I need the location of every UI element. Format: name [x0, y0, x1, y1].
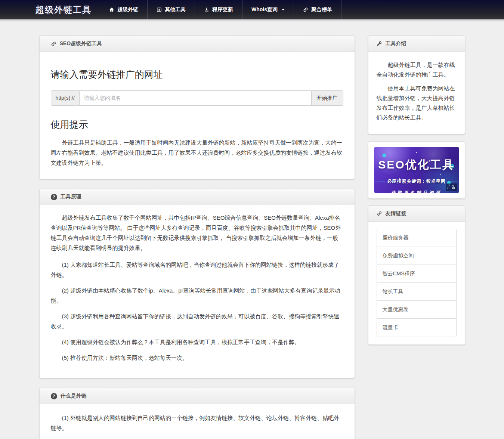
banner-subtitle: 必应搜索关键词：智卓星网 — [387, 177, 446, 186]
friend-link-free-hosting[interactable]: 免费虚拟空间 — [377, 247, 456, 265]
intro-paragraph: 超级外链工具，是一款在线全自动化发外链的推广工具。 — [377, 60, 457, 80]
top-navbar: 超级外链工具 超级外链 其他工具 程序更新 Whois查询 聚合榜单 — [0, 0, 504, 19]
ad-label-badge: 广告 — [446, 183, 457, 191]
card-title: 工具介绍 — [386, 40, 406, 47]
nav-item-label: 程序更新 — [212, 6, 233, 13]
caret-down-icon — [282, 9, 285, 10]
ad-banner-card: SEO优化工具 必应搜索关键词：智卓星网 获取更多精品资源 广告 — [368, 141, 465, 199]
card-header-what-is-backlink: ? 什么是外链 — [40, 388, 355, 404]
tool-intro-body: 超级外链工具，是一款在线全自动化发外链的推广工具。 使用本工具可免费为网站在线批… — [368, 52, 465, 134]
update-download-icon — [204, 7, 209, 12]
start-promotion-button[interactable]: 开始推广 — [311, 90, 343, 106]
list-item: (2) 超级外链由本站精心收集了数个ip、Alexa、pr查询等站长常用查询网站… — [51, 285, 343, 306]
nav-item-whois-dropdown[interactable]: Whois查询 — [242, 0, 294, 19]
ad-banner-wrap: SEO优化工具 必应搜索关键词：智卓星网 获取更多精品资源 广告 — [368, 142, 465, 198]
nav-item-label: 超级外链 — [117, 6, 138, 13]
url-prefix-addon: http(s):// — [51, 90, 80, 106]
question-icon: ? — [51, 194, 57, 200]
card-header-seo-tool: SEO超级外链工具 — [40, 36, 355, 52]
card-title: 工具原理 — [61, 194, 81, 200]
friend-links-body: 廉价服务器 免费虚拟空间 智云CMS程序 站长工具 大量优惠卷 流量卡 — [368, 222, 465, 344]
nav-item-label: Whois查询 — [251, 6, 278, 13]
friend-link-cheap-server[interactable]: 廉价服务器 — [377, 229, 456, 247]
page-container: SEO超级外链工具 请输入需要外链推广的网址 http(s):// 开始推广 使… — [39, 35, 465, 439]
apps-icon — [157, 7, 162, 12]
nav-item-program-update[interactable]: 程序更新 — [195, 0, 242, 19]
friend-links-card: 友情链接 廉价服务器 免费虚拟空间 智云CMS程序 站长工具 大量优惠卷 流量卡 — [368, 205, 465, 345]
tool-principle-card: ? 工具原理 超级外链发布工具收集了数千个网站网址，其中包括IP查询、SEO综合… — [39, 189, 355, 378]
link-icon — [377, 211, 382, 216]
url-prompt-title: 请输入需要外链推广的网址 — [51, 66, 343, 83]
friend-link-zhiyun-cms[interactable]: 智云CMS程序 — [377, 265, 456, 283]
card-header-tool-intro: 工具介绍 — [368, 36, 465, 52]
usage-tips-text: 外链工具只是辅助工具，一般适用于短时间内无法建设大量外链的新站，新站应坚持每天做… — [51, 137, 343, 168]
what-is-backlink-body: (1) 外链就是别人的网站链接到自己的网站的一个链接，例如友情链接、软文外链、论… — [40, 404, 355, 439]
list-item: (4) 使用超级外链会被认为作弊么？本工具是利用各种查询工具，模拟正常手工查询，… — [51, 337, 343, 347]
nav-item-super-link[interactable]: 超级外链 — [100, 0, 147, 19]
nav-item-label: 聚合榜单 — [311, 6, 332, 13]
list-item: (1) 外链就是别人的网站链接到自己的网站的一个链接，例如友情链接、软文外链、论… — [51, 413, 343, 433]
banner-title: SEO优化工具 — [374, 155, 459, 175]
card-header-tool-principle: ? 工具原理 — [40, 189, 355, 205]
seo-tool-card: SEO超级外链工具 请输入需要外链推广的网址 http(s):// 开始推广 使… — [39, 35, 355, 179]
domain-input[interactable] — [80, 90, 311, 106]
nav-item-rankings[interactable]: 聚合榜单 — [294, 0, 341, 19]
main-nav: 超级外链 其他工具 程序更新 Whois查询 聚合榜单 — [100, 0, 341, 19]
usage-tips-title: 使用提示 — [51, 116, 343, 133]
principle-intro: 超级外链发布工具收集了数千个网站网址，其中包括IP查询、SEO综合信息查询、SE… — [51, 213, 343, 253]
friend-link-webmaster-tools[interactable]: 站长工具 — [377, 283, 456, 301]
wrench-icon — [377, 41, 382, 47]
what-is-backlink-card: ? 什么是外链 (1) 外链就是别人的网站链接到自己的网站的一个链接，例如友情链… — [39, 388, 355, 439]
friend-links-list: 廉价服务器 免费虚拟空间 智云CMS程序 站长工具 大量优惠卷 流量卡 — [377, 229, 457, 337]
list-item: (5) 推荐使用方法：新站每天两次，老站每天一次。 — [51, 353, 343, 363]
card-title: SEO超级外链工具 — [60, 40, 102, 47]
card-header-friend-links: 友情链接 — [368, 206, 465, 222]
link-icon — [303, 7, 308, 12]
friend-link-coupons[interactable]: 大量优惠卷 — [377, 301, 456, 319]
nav-item-label: 其他工具 — [165, 6, 186, 13]
seo-tool-card-body: 请输入需要外链推广的网址 http(s):// 开始推广 使用提示 外链工具只是… — [40, 52, 355, 179]
friend-link-data-card[interactable]: 流量卡 — [377, 319, 456, 336]
tool-intro-card: 工具介绍 超级外链工具，是一款在线全自动化发外链的推广工具。 使用本工具可免费为… — [368, 35, 465, 135]
home-icon — [109, 7, 114, 12]
card-title: 友情链接 — [386, 210, 406, 217]
link-icon — [51, 41, 56, 47]
card-title: 什么是外链 — [61, 393, 87, 399]
main-column: SEO超级外链工具 请输入需要外链推广的网址 http(s):// 开始推广 使… — [39, 35, 355, 439]
url-input-group: http(s):// 开始推广 — [51, 90, 343, 106]
tool-principle-body: 超级外链发布工具收集了数千个网站网址，其中包括IP查询、SEO综合信息查询、SE… — [40, 205, 355, 378]
list-item: (1) 大家都知道站长工具、爱站等查询域名的网站吧，当你查询过他就会留下你的网站… — [51, 260, 343, 280]
question-icon: ? — [51, 393, 57, 399]
nav-item-other-tools[interactable]: 其他工具 — [147, 0, 195, 19]
seo-ad-banner[interactable]: SEO优化工具 必应搜索关键词：智卓星网 获取更多精品资源 广告 — [374, 147, 459, 193]
intro-paragraph: 使用本工具可免费为网站在线批量增加外链，大大提高外链发布工作效率，是广大草根站长… — [377, 84, 457, 123]
sidebar: 工具介绍 超级外链工具，是一款在线全自动化发外链的推广工具。 使用本工具可免费为… — [368, 35, 465, 352]
list-item: (3) 超级外链利用各种查询网站留下你的链接，达到自动发外链的效果，可以被百度、… — [51, 311, 343, 331]
brand-logo[interactable]: 超级外链工具 — [35, 0, 92, 19]
